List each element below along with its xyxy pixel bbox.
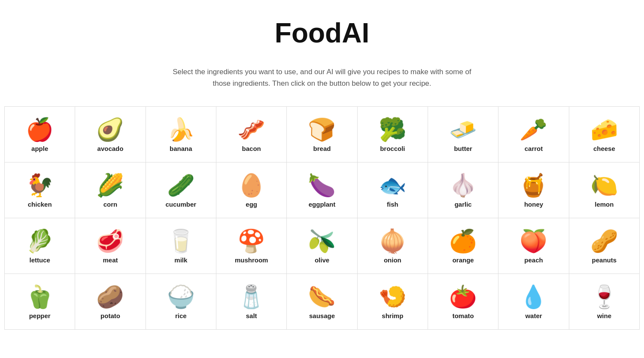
- cheese-icon: 🧀: [590, 118, 618, 141]
- butter-icon: 🧈: [449, 118, 477, 141]
- lettuce-icon: 🥬: [26, 230, 54, 252]
- food-item-eggplant[interactable]: 🍆eggplant: [287, 162, 357, 218]
- water-label: water: [525, 312, 542, 319]
- food-item-apple[interactable]: 🍎apple: [5, 107, 75, 162]
- chicken-label: chicken: [28, 201, 52, 208]
- apple-icon: 🍎: [26, 118, 54, 141]
- mushroom-icon: 🍄: [237, 230, 265, 252]
- food-item-lettuce[interactable]: 🥬lettuce: [5, 218, 75, 274]
- shrimp-label: shrimp: [382, 312, 403, 319]
- sausage-icon: 🌭: [308, 286, 336, 308]
- egg-label: egg: [246, 201, 257, 208]
- cucumber-label: cucumber: [165, 201, 196, 208]
- fish-icon: 🐟: [379, 174, 407, 196]
- food-item-cheese[interactable]: 🧀cheese: [569, 107, 640, 162]
- food-item-onion[interactable]: 🧅onion: [358, 218, 428, 274]
- mushroom-label: mushroom: [235, 256, 268, 264]
- food-item-avocado[interactable]: 🥑avocado: [75, 107, 146, 162]
- meat-icon: 🥩: [96, 230, 124, 252]
- food-item-tomato[interactable]: 🍅tomato: [428, 274, 498, 330]
- food-item-corn[interactable]: 🌽corn: [75, 162, 146, 218]
- olive-icon: 🫒: [308, 230, 336, 252]
- orange-icon: 🍊: [449, 230, 477, 252]
- banana-label: banana: [170, 145, 192, 152]
- avocado-label: avocado: [97, 145, 124, 152]
- shrimp-icon: 🍤: [379, 286, 407, 308]
- food-item-peanuts[interactable]: 🥜peanuts: [569, 218, 640, 274]
- food-item-banana[interactable]: 🍌banana: [146, 107, 216, 162]
- potato-label: potato: [100, 312, 120, 319]
- food-item-bread[interactable]: 🍞bread: [287, 107, 357, 162]
- lemon-label: lemon: [595, 201, 614, 208]
- potato-icon: 🥔: [96, 286, 124, 308]
- app-title: FoodAI: [9, 17, 635, 49]
- food-item-olive[interactable]: 🫒olive: [287, 218, 357, 274]
- cucumber-icon: 🥒: [167, 174, 195, 196]
- food-item-bacon[interactable]: 🥓bacon: [216, 107, 287, 162]
- corn-label: corn: [103, 201, 118, 208]
- milk-label: milk: [174, 256, 187, 264]
- bacon-icon: 🥓: [237, 118, 265, 141]
- food-item-broccoli[interactable]: 🥦broccoli: [358, 107, 428, 162]
- fish-label: fish: [387, 201, 398, 208]
- chicken-icon: 🐓: [26, 174, 54, 196]
- lemon-icon: 🍋: [590, 174, 618, 196]
- food-item-potato[interactable]: 🥔potato: [75, 274, 146, 330]
- carrot-icon: 🥕: [519, 118, 547, 141]
- onion-label: onion: [384, 256, 401, 264]
- food-item-carrot[interactable]: 🥕carrot: [498, 107, 569, 162]
- app-header: FoodAI: [0, 0, 644, 53]
- food-item-honey[interactable]: 🍯honey: [498, 162, 569, 218]
- peach-label: peach: [524, 256, 543, 264]
- food-item-garlic[interactable]: 🧄garlic: [428, 162, 498, 218]
- wine-icon: 🍷: [590, 286, 618, 308]
- food-item-butter[interactable]: 🧈butter: [428, 107, 498, 162]
- food-item-chicken[interactable]: 🐓chicken: [5, 162, 75, 218]
- food-item-fish[interactable]: 🐟fish: [358, 162, 428, 218]
- cheese-label: cheese: [593, 145, 615, 152]
- bread-icon: 🍞: [308, 118, 336, 141]
- honey-label: honey: [524, 201, 543, 208]
- food-item-shrimp[interactable]: 🍤shrimp: [358, 274, 428, 330]
- food-item-pepper[interactable]: 🫑pepper: [5, 274, 75, 330]
- food-item-sausage[interactable]: 🌭sausage: [287, 274, 357, 330]
- onion-icon: 🧅: [379, 230, 407, 252]
- food-item-lemon[interactable]: 🍋lemon: [569, 162, 640, 218]
- broccoli-icon: 🥦: [379, 118, 407, 141]
- food-item-milk[interactable]: 🥛milk: [146, 218, 216, 274]
- banana-icon: 🍌: [167, 118, 195, 141]
- carrot-label: carrot: [525, 145, 543, 152]
- food-item-orange[interactable]: 🍊orange: [428, 218, 498, 274]
- app-subtitle: Select the ingredients you want to use, …: [172, 66, 472, 89]
- bread-label: bread: [313, 145, 331, 152]
- food-item-mushroom[interactable]: 🍄mushroom: [216, 218, 287, 274]
- olive-label: olive: [315, 256, 329, 264]
- peanuts-label: peanuts: [592, 256, 617, 264]
- tomato-icon: 🍅: [449, 286, 477, 308]
- food-item-meat[interactable]: 🥩meat: [75, 218, 146, 274]
- food-item-rice[interactable]: 🍚rice: [146, 274, 216, 330]
- food-item-water[interactable]: 💧water: [498, 274, 569, 330]
- avocado-icon: 🥑: [96, 118, 124, 141]
- apple-label: apple: [31, 145, 48, 152]
- broccoli-label: broccoli: [380, 145, 405, 152]
- eggplant-label: eggplant: [309, 201, 336, 208]
- orange-label: orange: [453, 256, 474, 264]
- food-item-egg[interactable]: 🥚egg: [216, 162, 287, 218]
- wine-label: wine: [597, 312, 611, 319]
- food-item-peach[interactable]: 🍑peach: [498, 218, 569, 274]
- pepper-icon: 🫑: [26, 286, 54, 308]
- meat-label: meat: [103, 256, 118, 264]
- garlic-icon: 🧄: [449, 174, 477, 196]
- food-item-cucumber[interactable]: 🥒cucumber: [146, 162, 216, 218]
- milk-icon: 🥛: [167, 230, 195, 252]
- salt-icon: 🧂: [237, 286, 265, 308]
- ingredients-grid: 🍎apple🥑avocado🍌banana🥓bacon🍞bread🥦brocco…: [4, 106, 640, 330]
- food-item-wine[interactable]: 🍷wine: [569, 274, 640, 330]
- rice-label: rice: [175, 312, 187, 319]
- lettuce-label: lettuce: [29, 256, 50, 264]
- water-icon: 💧: [519, 286, 547, 308]
- food-item-salt[interactable]: 🧂salt: [216, 274, 287, 330]
- salt-label: salt: [246, 312, 257, 319]
- tomato-label: tomato: [453, 312, 474, 319]
